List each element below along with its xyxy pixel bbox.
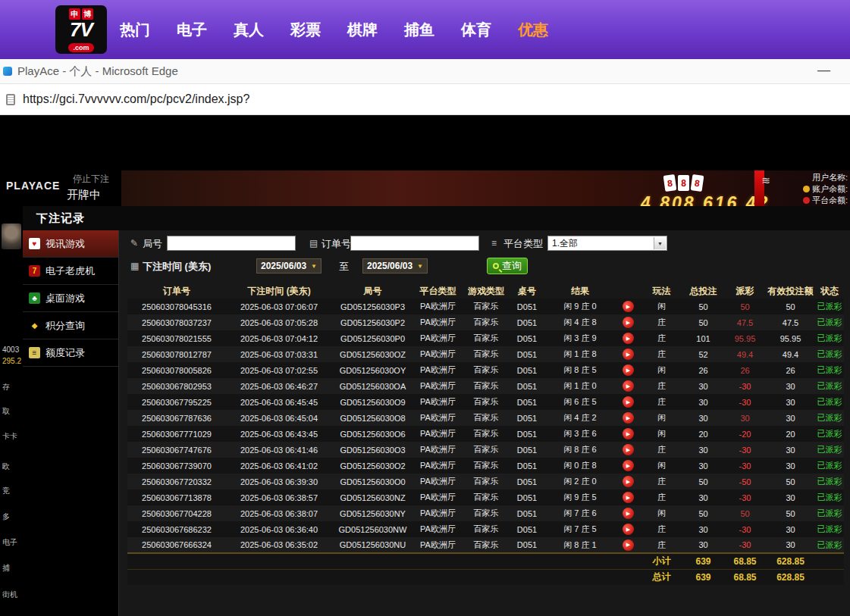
replay-button[interactable]: ▶ (623, 492, 634, 503)
page-icon (6, 94, 15, 105)
background-fragment: 295.2 (2, 357, 21, 365)
background-fragment: 欧 (2, 461, 10, 472)
column-header: 有效投注额 (766, 283, 815, 299)
round-input[interactable] (167, 236, 296, 251)
account-label: 账户余额: (803, 183, 848, 195)
nav-item-体育[interactable]: 体育 (461, 20, 491, 40)
document-icon: ▤ (309, 238, 318, 249)
sidebar-item-桌面游戏[interactable]: ♣桌面游戏 (23, 285, 118, 312)
bet-record-row: 2506030780453162025-06-03 07:06:07GD0512… (127, 299, 844, 314)
column-header: 状态 (815, 283, 844, 299)
edge-favicon (3, 67, 12, 76)
date-to-value: 2025/06/03 (367, 261, 412, 271)
order-input[interactable] (350, 236, 479, 251)
total-payout: 68.85 (724, 569, 766, 585)
replay-button[interactable]: ▶ (623, 524, 634, 535)
replay-button[interactable]: ▶ (623, 333, 634, 344)
column-header: 结果 (544, 283, 616, 299)
to-label: 至 (339, 260, 349, 274)
nav-item-棋牌[interactable]: 棋牌 (347, 20, 378, 40)
sidebar-item-label: 积分查询 (45, 319, 85, 333)
chevron-down-icon[interactable]: ▼ (654, 237, 666, 249)
platform-select[interactable]: 1.全部 ▼ (547, 236, 667, 251)
column-header: 下注时间 (美东) (226, 283, 332, 299)
window-titlebar: PlayAce - 个人 - Microsoft Edge — (0, 59, 850, 84)
background-fragment: 多 (2, 511, 10, 522)
nav-item-优惠[interactable]: 优惠 (518, 20, 548, 40)
sidebar-item-额度记录[interactable]: ≡额度记录 (23, 339, 118, 367)
minimize-button[interactable]: — (817, 59, 830, 84)
bet-record-row: 2506030780127872025-06-03 07:03:31GD0512… (127, 346, 844, 362)
replay-button[interactable]: ▶ (623, 317, 634, 328)
replay-button[interactable]: ▶ (623, 444, 634, 455)
column-header: 桌号 (510, 283, 544, 299)
bet-record-row: 2506030677390702025-06-03 06:41:02GD0512… (127, 458, 844, 474)
banner-cards: 888 (664, 175, 703, 191)
date-from-picker[interactable]: 2025/06/03 ▼ (256, 258, 321, 274)
sidebar-item-积分查询[interactable]: ◆积分查询 (23, 312, 118, 339)
replay-button[interactable]: ▶ (623, 428, 634, 439)
nav-menu: 热门电子真人彩票棋牌捕鱼体育优惠 (120, 0, 548, 59)
bet-time-label: 下注时间 (美东) (143, 260, 211, 274)
sidebar-item-label: 额度记录 (45, 346, 85, 360)
column-header: 玩法 (641, 283, 682, 299)
bet-record-row: 2506030780215552025-06-03 07:04:12GD0512… (127, 330, 844, 346)
replay-button[interactable]: ▶ (623, 508, 634, 519)
round-label: 局号 (143, 237, 162, 251)
bet-record-row: 2506030677138782025-06-03 06:38:57GD0512… (127, 489, 844, 505)
background-fragment: 电子 (2, 537, 17, 548)
site-logo[interactable]: 申 博 7V .com (55, 5, 107, 54)
replay-button[interactable]: ▶ (623, 460, 634, 471)
background-fragment: 街机 (2, 589, 17, 600)
list-icon: ≡ (491, 238, 497, 249)
sidebar-item-电子老虎机[interactable]: 7电子老虎机 (23, 258, 118, 285)
replay-button[interactable]: ▶ (623, 412, 634, 424)
account-icon (803, 186, 810, 192)
jackpot-counter: 4 808 616 42 (641, 193, 770, 206)
nav-item-真人[interactable]: 真人 (234, 20, 264, 40)
replay-button[interactable]: ▶ (623, 301, 634, 312)
column-header: 平台类型 (413, 283, 463, 299)
playace-logo: PLAYACE (6, 180, 60, 192)
url-text[interactable]: https://gci.7vvvvvv.com/pc/pcv2/index.js… (23, 92, 249, 106)
subtotal-valid: 628.85 (766, 553, 815, 569)
total-row: 总计 639 68.85 628.85 (127, 569, 844, 585)
stop-bet-label: 停止下注 (73, 173, 109, 186)
date-from-value: 2025/06/03 (261, 261, 306, 271)
sidebar-item-label: 视讯游戏 (45, 237, 85, 251)
replay-button[interactable]: ▶ (623, 539, 634, 551)
nav-item-彩票[interactable]: 彩票 (290, 20, 321, 40)
bet-records-panel: 下注记录 ♥视讯游戏7电子老虎机♣桌面游戏◆积分查询≡额度记录 ✎ 局号 ▤ 订… (23, 206, 850, 616)
site-navbar: 申 博 7V .com 热门电子真人彩票棋牌捕鱼体育优惠 (0, 0, 850, 59)
nav-item-电子[interactable]: 电子 (177, 20, 207, 40)
bet-records-table: 订单号下注时间 (美东)局号平台类型游戏类型桌号结果玩法总投注派彩有效投注额状态… (127, 283, 844, 585)
replay-button[interactable]: ▶ (623, 380, 634, 392)
bet-record-row: 2506030677710292025-06-03 06:43:45GD0512… (127, 426, 844, 442)
address-bar[interactable]: https://gci.7vvvvvv.com/pc/pcv2/index.js… (0, 84, 850, 115)
bet-record-row: 2506030780058262025-06-03 07:02:55GD0512… (127, 362, 844, 378)
replay-button[interactable]: ▶ (623, 364, 634, 376)
search-icon (493, 263, 499, 269)
logo-suffix: .com (68, 43, 93, 52)
nav-item-捕鱼[interactable]: 捕鱼 (404, 20, 434, 40)
date-to-picker[interactable]: 2025/06/03 ▼ (362, 258, 428, 274)
sidebar-item-label: 电子老虎机 (45, 264, 95, 278)
account-label: 用户名称: (803, 172, 848, 183)
bet-record-row: 2506030780372372025-06-03 07:05:28GD0512… (127, 314, 844, 330)
nav-item-热门[interactable]: 热门 (120, 20, 150, 40)
bet-record-row: 2506030676862322025-06-03 06:36:40GD0512… (127, 521, 844, 537)
points-icon: ◆ (29, 320, 40, 331)
column-header: 局号 (332, 283, 413, 299)
filter-bar: ✎ 局号 ▤ 订单号 ≡ 平台类型 1.全部 ▼ ▦ 下注时间 (美东) 2 (119, 230, 850, 280)
replay-button[interactable]: ▶ (623, 396, 634, 408)
column-header (616, 283, 641, 299)
background-fragment: 捕 (2, 563, 10, 574)
account-label: 平台余额: (803, 195, 848, 206)
window-title: PlayAce - 个人 - Microsoft Edge (17, 64, 178, 79)
platform-label: 平台类型 (503, 237, 543, 251)
sidebar-item-视讯游戏[interactable]: ♥视讯游戏 (23, 230, 118, 258)
search-button[interactable]: 查询 (487, 258, 528, 274)
replay-button[interactable]: ▶ (623, 349, 634, 360)
table-body: 2506030780453162025-06-03 07:06:07GD0512… (127, 299, 844, 553)
replay-button[interactable]: ▶ (623, 476, 634, 487)
